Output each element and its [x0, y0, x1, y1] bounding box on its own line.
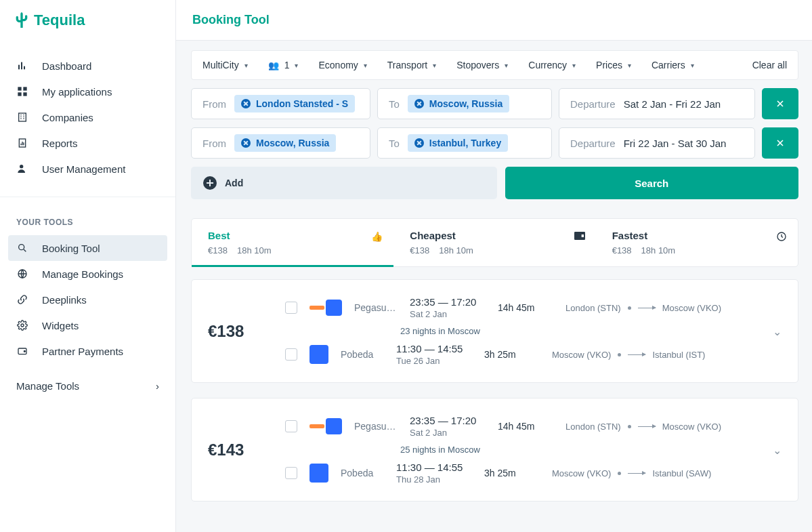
filter-trip-type[interactable]: MultiCity▾ [202, 60, 248, 70]
search-icon [16, 242, 28, 254]
expand-card-button[interactable]: ⌄ [773, 443, 782, 456]
svg-rect-4 [23, 87, 26, 90]
chip-remove-icon[interactable] [241, 99, 251, 108]
airline-logos [309, 418, 342, 434]
report-icon [16, 137, 28, 149]
nav-my-applications[interactable]: My applications [8, 79, 167, 104]
nav-label: User Management [42, 163, 125, 175]
filter-stopovers[interactable]: Stopovers▾ [456, 60, 508, 70]
chip-remove-icon[interactable] [414, 138, 424, 148]
origin-chip[interactable]: Moscow, Russia [234, 134, 336, 152]
add-search-row: Add Search [191, 167, 798, 199]
search-button[interactable]: Search [505, 167, 799, 199]
search-row: From London Stansted - S To Moscow, Russ… [191, 88, 798, 119]
nav-label: Companies [42, 112, 93, 123]
nights-in-city: 25 nights in Moscow [285, 445, 777, 455]
wallet-icon [574, 231, 585, 242]
chevron-down-icon: ▾ [364, 62, 367, 69]
destination-chip[interactable]: Moscow, Russia [408, 95, 509, 112]
nav-tools: Booking Tool Manage Bookings Deeplinks W… [0, 231, 175, 371]
passengers-icon: 👥 [268, 60, 279, 70]
from-label: From [202, 138, 226, 149]
chip-remove-icon[interactable] [241, 138, 251, 148]
to-field[interactable]: To Istanbul, Turkey [377, 127, 552, 159]
select-segment-checkbox[interactable] [285, 467, 297, 479]
departure-label: Departure [570, 98, 616, 110]
chip-remove-icon[interactable] [414, 99, 424, 108]
close-icon [775, 138, 786, 148]
nav-widgets[interactable]: Widgets [8, 312, 167, 338]
nav-companies[interactable]: Companies [8, 104, 167, 130]
segment-return: Pobeda 11:30 — 14:55Thu 28 Jan 3h 25m Mo… [285, 462, 777, 485]
close-icon [775, 98, 786, 109]
nav-main: Dashboard My applications Companies Repo… [0, 41, 175, 188]
origin-chip[interactable]: London Stansted - S [234, 95, 355, 112]
filter-transport[interactable]: Transport▾ [387, 60, 436, 70]
filter-cabin[interactable]: Economy▾ [318, 60, 366, 70]
sort-tab-best[interactable]: Best €13818h 10m 👍 [192, 219, 393, 266]
to-field[interactable]: To Moscow, Russia [377, 88, 552, 119]
nav-label: Reports [42, 138, 78, 149]
filter-carriers[interactable]: Carriers▾ [651, 60, 694, 70]
nav-label: My applications [42, 86, 112, 98]
result-card: €143 Pegasus, … 23:35 — 17:20Sat 2 Jan 1… [191, 398, 798, 502]
from-label: From [202, 98, 226, 110]
remove-row-button[interactable] [762, 127, 798, 159]
sort-tab-cheapest[interactable]: Cheapest €13818h 10m [393, 219, 595, 266]
segment-outbound: Pegasus, … 23:35 — 17:20Sat 2 Jan 14h 45… [285, 296, 777, 319]
departure-value: Fri 22 Jan - Sat 30 Jan [624, 138, 727, 149]
filter-currency[interactable]: Currency▾ [528, 60, 576, 70]
clear-all-button[interactable]: Clear all [752, 60, 787, 70]
nav-label: Dashboard [42, 60, 91, 72]
route-arrow-icon [628, 352, 645, 357]
nav-user-management[interactable]: User Management [8, 156, 167, 182]
departure-field[interactable]: Departure Fri 22 Jan - Sat 30 Jan [559, 127, 755, 159]
nav-dashboard[interactable]: Dashboard [8, 53, 167, 79]
clock-icon [776, 231, 787, 244]
nav-label: Partner Payments [42, 346, 123, 357]
nav-booking-tool[interactable]: Booking Tool [8, 235, 167, 261]
manage-tools-button[interactable]: Manage Tools › [0, 371, 175, 401]
result-card: €138 Pegasus, … 23:35 — 17:20Sat 2 Jan 1… [191, 279, 798, 383]
remove-row-button[interactable] [762, 88, 798, 119]
nav-manage-bookings[interactable]: Manage Bookings [8, 261, 167, 287]
stop-icon [618, 353, 621, 356]
price: €138 [208, 296, 272, 366]
filter-prices[interactable]: Prices▾ [596, 60, 631, 70]
logo[interactable]: Tequila [0, 0, 175, 41]
from-field[interactable]: From London Stansted - S [191, 88, 370, 119]
manage-tools-label: Manage Tools [16, 380, 79, 392]
add-leg-button[interactable]: Add [191, 167, 497, 199]
svg-rect-16 [581, 234, 583, 237]
chevron-right-icon: › [156, 380, 159, 392]
nav-deeplinks[interactable]: Deeplinks [8, 287, 167, 312]
building-icon [16, 111, 28, 123]
filter-toolbar: MultiCity▾ 👥 1▾ Economy▾ Transport▾ Stop… [191, 50, 798, 80]
sort-tabs: Best €13818h 10m 👍 Cheapest €13818h 10m … [191, 218, 798, 267]
select-segment-checkbox[interactable] [285, 302, 297, 314]
destination-chip[interactable]: Istanbul, Turkey [408, 134, 508, 152]
nights-in-city: 23 nights in Moscow [285, 326, 777, 336]
expand-card-button[interactable]: ⌄ [773, 325, 782, 337]
departure-field[interactable]: Departure Sat 2 Jan - Fri 22 Jan [559, 88, 755, 119]
select-segment-checkbox[interactable] [285, 420, 297, 432]
grid-icon [16, 85, 28, 98]
segment-return: Pobeda 11:30 — 14:55Tue 26 Jan 3h 25m Mo… [285, 343, 777, 366]
sort-tab-fastest[interactable]: Fastest €13818h 10m [596, 219, 798, 266]
nav-partner-payments[interactable]: Partner Payments [8, 338, 167, 364]
svg-rect-0 [18, 65, 20, 70]
nav-reports[interactable]: Reports [8, 130, 167, 156]
stop-icon [618, 472, 621, 475]
plus-icon [203, 176, 217, 190]
tools-section-title: YOUR TOOLS [0, 205, 175, 231]
select-segment-checkbox[interactable] [285, 348, 297, 361]
route-arrow-icon [638, 424, 656, 429]
svg-rect-5 [18, 92, 21, 96]
svg-rect-2 [24, 66, 25, 70]
link-icon [16, 293, 28, 306]
search-row: From Moscow, Russia To Istanbul, Turkey [191, 127, 798, 159]
from-field[interactable]: From Moscow, Russia [191, 127, 370, 159]
wallet-icon [16, 345, 28, 357]
filter-passengers[interactable]: 👥 1▾ [268, 60, 299, 70]
svg-point-12 [21, 324, 24, 327]
